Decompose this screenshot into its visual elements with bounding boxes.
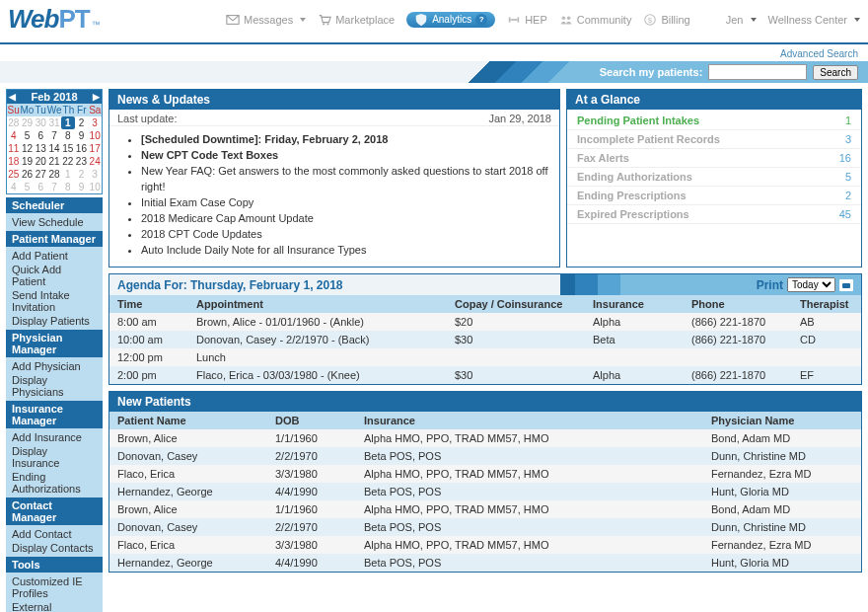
sidebar-item[interactable]: External Documents bbox=[12, 600, 97, 612]
cal-day[interactable]: 8 bbox=[61, 181, 75, 193]
table-row[interactable]: Flaco, Erica3/3/1980Alpha HMO, PPO, TRAD… bbox=[109, 465, 861, 483]
cal-day[interactable]: 21 bbox=[47, 155, 61, 168]
sidebar-item[interactable]: Display Patients bbox=[12, 314, 97, 328]
cal-day[interactable]: 26 bbox=[21, 168, 35, 181]
cal-day[interactable]: 14 bbox=[47, 142, 61, 155]
nav-hep[interactable]: HEP bbox=[507, 13, 547, 27]
cell-name: Flaco, Erica bbox=[109, 465, 267, 483]
cal-day[interactable]: 10 bbox=[88, 181, 102, 193]
cal-day[interactable]: 29 bbox=[21, 116, 35, 129]
logo[interactable]: WebPT™ bbox=[8, 4, 100, 35]
cal-day[interactable]: 4 bbox=[7, 181, 21, 193]
cal-day[interactable]: 2 bbox=[75, 168, 89, 181]
nav-messages[interactable]: Messages bbox=[226, 13, 306, 27]
cal-day[interactable]: 24 bbox=[88, 155, 102, 168]
news-item[interactable]: New CPT Code Text Boxes bbox=[141, 148, 559, 164]
cell-dob: 1/1/1960 bbox=[267, 500, 356, 518]
cal-day[interactable]: 4 bbox=[7, 129, 21, 142]
cal-day[interactable]: 5 bbox=[21, 181, 35, 193]
cal-day[interactable]: 7 bbox=[47, 129, 61, 142]
nav-community[interactable]: Community bbox=[559, 13, 632, 27]
cal-day[interactable]: 23 bbox=[75, 155, 89, 168]
cal-day[interactable]: 8 bbox=[61, 129, 75, 142]
table-row[interactable]: 2:00 pmFlaco, Erica - 03/03/1980 - (Knee… bbox=[109, 366, 861, 384]
cal-day[interactable]: 6 bbox=[34, 129, 47, 142]
at-glance-row[interactable]: Ending Prescriptions2 bbox=[567, 187, 861, 205]
at-glance-row[interactable]: Pending Patient Intakes1 bbox=[567, 112, 861, 130]
sidebar-item[interactable]: Add Insurance bbox=[12, 430, 97, 444]
table-row[interactable]: Brown, Alice1/1/1960Alpha HMO, PPO, TRAD… bbox=[109, 500, 861, 518]
sidebar-item[interactable]: Add Physician bbox=[12, 359, 97, 373]
news-item[interactable]: Saving and Searching by Single Character… bbox=[141, 259, 559, 262]
nav-billing[interactable]: $ Billing bbox=[643, 13, 689, 27]
at-glance-row[interactable]: Expired Prescriptions45 bbox=[567, 205, 861, 224]
table-row[interactable]: Donovan, Casey2/2/1970Beta POS, POSDunn,… bbox=[109, 447, 861, 465]
cal-day[interactable]: 19 bbox=[21, 155, 35, 168]
cal-day[interactable]: 11 bbox=[7, 142, 21, 155]
news-item[interactable]: New Year FAQ: Get answers to the most co… bbox=[141, 164, 559, 195]
patient-search-input[interactable] bbox=[708, 64, 807, 80]
sidebar-item[interactable]: View Schedule bbox=[12, 215, 97, 229]
sidebar-item[interactable]: Display Insurance bbox=[12, 444, 97, 470]
table-row[interactable]: Donovan, Casey2/2/1970Beta POS, POSDunn,… bbox=[109, 518, 861, 536]
cal-day[interactable]: 3 bbox=[88, 116, 102, 129]
news-item[interactable]: 2018 CPT Code Updates bbox=[141, 227, 559, 243]
cal-day[interactable]: 28 bbox=[7, 116, 21, 129]
table-row[interactable]: Hernandez, George4/4/1990Beta POS, POSHu… bbox=[109, 554, 861, 572]
news-item[interactable]: 2018 Medicare Cap Amount Update bbox=[141, 211, 559, 227]
cal-day[interactable]: 31 bbox=[47, 116, 61, 129]
search-button[interactable] bbox=[813, 65, 858, 80]
cal-day[interactable]: 18 bbox=[7, 155, 21, 168]
sidebar-item[interactable]: Quick Add Patient bbox=[12, 263, 97, 288]
cal-day[interactable]: 10 bbox=[88, 129, 102, 142]
sidebar-item[interactable]: Display Physicians bbox=[12, 373, 97, 399]
table-row[interactable]: 8:00 amBrown, Alice - 01/01/1960 - (Ankl… bbox=[109, 313, 861, 331]
cal-day[interactable]: 9 bbox=[75, 129, 89, 142]
table-row[interactable]: Flaco, Erica3/3/1980Alpha HMO, PPO, TRAD… bbox=[109, 536, 861, 554]
at-glance-row[interactable]: Incomplete Patient Records3 bbox=[567, 130, 861, 149]
cal-day[interactable]: 25 bbox=[7, 168, 21, 181]
advanced-search-link[interactable]: Advanced Search bbox=[780, 48, 858, 59]
cal-day[interactable]: 13 bbox=[34, 142, 47, 155]
cal-next-button[interactable]: ▶ bbox=[93, 92, 100, 102]
nav-clinic[interactable]: Wellness Center bbox=[768, 14, 861, 26]
cal-day[interactable]: 15 bbox=[61, 142, 75, 155]
sidebar-item[interactable]: Ending Authorizations bbox=[12, 470, 97, 496]
sidebar-item[interactable]: Send Intake Invitation bbox=[12, 288, 97, 314]
news-item[interactable]: Initial Exam Case Copy bbox=[141, 195, 559, 211]
cal-day[interactable]: 22 bbox=[61, 155, 75, 168]
cal-day[interactable]: 16 bbox=[75, 142, 89, 155]
cal-day[interactable]: 2 bbox=[75, 116, 89, 129]
cal-prev-button[interactable]: ◀ bbox=[9, 92, 16, 102]
cal-day[interactable]: 20 bbox=[34, 155, 47, 168]
cal-day[interactable]: 3 bbox=[88, 168, 102, 181]
sidebar-item[interactable]: Customized IE Profiles bbox=[12, 574, 97, 600]
cal-day[interactable]: 30 bbox=[34, 116, 47, 129]
agenda-view-select[interactable]: Today bbox=[787, 277, 835, 292]
cal-day[interactable]: 1 bbox=[61, 116, 75, 129]
cal-day[interactable]: 27 bbox=[34, 168, 47, 181]
cal-day[interactable]: 1 bbox=[61, 168, 75, 181]
nav-marketplace[interactable]: Marketplace bbox=[318, 13, 395, 27]
nav-analytics[interactable]: Analytics ? bbox=[406, 12, 495, 28]
sidebar-item[interactable]: Add Contact bbox=[12, 527, 97, 541]
at-glance-row[interactable]: Ending Authorizations5 bbox=[567, 168, 861, 187]
nav-user[interactable]: Jen bbox=[726, 14, 757, 26]
cal-day[interactable]: 17 bbox=[88, 142, 102, 155]
sidebar-item[interactable]: Display Contacts bbox=[12, 541, 97, 555]
table-row[interactable]: 12:00 pmLunch bbox=[109, 348, 861, 366]
cal-day[interactable]: 28 bbox=[47, 168, 61, 181]
cal-day[interactable]: 9 bbox=[75, 181, 89, 193]
cal-day[interactable]: 7 bbox=[47, 181, 61, 193]
at-glance-row[interactable]: Fax Alerts16 bbox=[567, 149, 861, 168]
table-row[interactable]: 10:00 amDonovan, Casey - 2/2/1970 - (Bac… bbox=[109, 331, 861, 348]
cal-day[interactable]: 12 bbox=[21, 142, 35, 155]
news-item[interactable]: Auto Include Daily Note for all Insuranc… bbox=[141, 243, 559, 259]
print-icon[interactable] bbox=[839, 279, 853, 291]
news-item[interactable]: [Scheduled Downtime]: Friday, February 2… bbox=[141, 132, 559, 148]
cal-day[interactable]: 6 bbox=[34, 181, 47, 193]
sidebar-item[interactable]: Add Patient bbox=[12, 249, 97, 263]
cal-day[interactable]: 5 bbox=[21, 129, 35, 142]
table-row[interactable]: Hernandez, George4/4/1990Beta POS, POSHu… bbox=[109, 483, 861, 500]
table-row[interactable]: Brown, Alice1/1/1960Alpha HMO, PPO, TRAD… bbox=[109, 429, 861, 447]
